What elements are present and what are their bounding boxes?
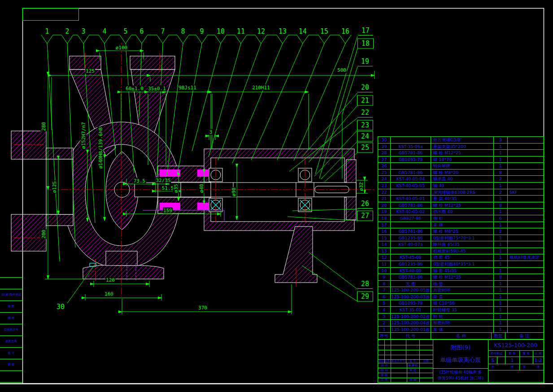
parts-table-cell [508,215,544,222]
parts-table-cell: 视机封情况决定 [508,254,544,261]
rev-count-label: 处数 [385,359,390,363]
parts-table-cell: 1 [494,268,508,274]
spec-note-line1: (35叶轮轴伸 40轴承 多 [439,370,482,375]
parts-table-cell: KST-40-09 [391,268,431,274]
parts-table-cell [508,241,544,248]
part-balloon-22: 22 [357,109,373,118]
parts-table-cell: KST-40-05-02 [391,209,431,215]
parts-table-cell [508,287,544,293]
parts-table-cell: 125-100-200-01改 [391,327,431,333]
parts-table-row: 9GB5781-86螺 栓 M12*358 [378,274,544,281]
parts-table-cell [508,170,544,176]
part-balloon-28: 28 [357,280,373,289]
parts-table-cell: 深沟球轴承6308-2RS [431,189,494,196]
parts-table-cell: 1 [494,235,508,241]
part-balloon-30: 30 [57,303,65,311]
part-balloon-29: 29 [357,292,373,302]
parts-table-cell: GB5781-86 [391,202,431,209]
parts-table-cell: 14 [378,241,391,248]
parts-table-cell: 18 [378,215,391,222]
parts-table-cell: 挡 套 45 [431,254,494,261]
parts-table-cell: 1 [494,144,508,150]
sheet-page-label: 张 [511,365,514,369]
parts-table-cell: 1 [494,157,508,163]
parts-table-cell: 2 [494,189,508,196]
drawing-number: KS125-100-200 [494,342,538,348]
part-balloon-6: 6 [139,27,144,35]
parts-table-cell: 125-100-200-04改 [391,320,431,326]
parts-table-cell: 1 [494,241,508,248]
parts-table-cell: 键 10*70 [431,157,494,163]
parts-table-row: 3125-100-200-02改叶 轮1 [378,314,544,320]
parts-table-cell: 25 [378,170,391,176]
parts-table-cell: GB5781-86 [391,170,431,176]
parts-table-cell [508,176,544,182]
parts-table-header-row: 序号代 号名 称数量备 注 [378,333,544,340]
parts-table-row: 21KST-40-05-01悬 架 40/351 [378,196,544,202]
parts-table-cell: 1 [494,183,508,189]
parts-table-cell: 0型密封圈40*35*3.1 [431,261,494,267]
parts-table-row: 14KST-40-07a静环座 45/351 [378,241,544,248]
parts-table-cell: 转向标牌 [431,163,494,169]
sig-review-label: 审 核 [381,373,388,378]
parts-table-cell: 悬架支架35*200 [431,144,494,150]
parts-table-cell: 外方管堵G3/8″ [431,137,494,143]
parts-table-cell: GB827-86 [391,215,431,222]
parts-table-cell: 2 [378,320,391,326]
parts-table-cell: 3 [494,137,508,143]
parts-table-cell: GB5781-86 [391,228,431,235]
parts-table-cell: 1 [494,307,508,313]
part-balloon-8: 8 [181,27,185,35]
parts-table-cell: 叶轮螺母 35 [431,307,494,313]
rev-date-label: 日期 [423,359,429,363]
parts-table-cell: 序号 [378,333,391,339]
parts-table-cell [508,196,544,202]
parts-table-cell: KST-40-07a [391,241,431,248]
scale-header: 比 例 [535,352,541,356]
parts-table-cell [508,327,544,333]
parts-table-cell: 键 C10*56 [431,300,494,306]
part-balloon-18: 18 [357,39,374,49]
parts-table-cell: 挡水圈 40 [431,209,494,215]
parts-table-cell: 11 [378,261,391,267]
parts-table-cell: 125-100-200-02改 [391,314,431,320]
parts-table-row: 11GB1235-860型密封圈40*35*3.11 [378,261,544,268]
figure-name-area: 附图(9) 单级单吸离心泵 (35叶轮轴伸 40轴承 多 弹簧59U-45机封 … [433,340,488,382]
parts-table-cell: 轴承盖 40 [431,176,494,182]
parts-table-cell: 30 [378,137,391,143]
parts-table-cell: 代 号 [391,333,431,339]
revision-signature-area: 标记 处数 更改文件号 签 字 日期 设 计 标准化 校 对 审 定 审 核 工… [378,340,433,382]
parts-table-cell [391,222,431,228]
parts-table-cell: KST-40-05-01 [391,196,431,202]
parts-table-cell [508,144,544,150]
part-balloon-25: 25 [357,143,373,153]
parts-table-cell [508,137,544,143]
product-name: 单级单吸离心泵 [440,356,481,364]
part-balloon-17: 17 [358,26,373,35]
mark-value: S [492,357,495,363]
parts-table-cell: 125-100-200-05改 [391,287,431,293]
parts-table-cell: 16 [378,228,391,235]
parts-table-cell: KST-35-06a [391,144,431,150]
parts-table-cell: 21 [378,196,391,202]
parts-table-cell: GB1235-86 [391,261,431,267]
parts-table-cell: 20 [378,202,391,209]
parts-table-cell: 5 [378,300,391,306]
parts-table-cell: 23 [378,183,391,189]
part-balloon-15: 15 [320,27,328,35]
parts-table-cell: 悬 架 40/35 [431,196,494,202]
parts-table-row: 19KST-40-05-02挡水圈 401 [378,209,544,215]
part-balloon-23: 23 [357,120,373,131]
sig-process-label: 工 艺 [381,378,388,382]
part-balloon-19: 19 [357,57,373,66]
parts-table-cell [508,274,544,280]
parts-table-cell [508,157,544,163]
parts-table-cell: 1 [494,300,508,306]
rev-doc-label: 更改文件号 [392,359,405,363]
parts-table-cell [508,307,544,313]
parts-table-cell: 螺 栓 M12*25 [431,150,494,156]
parts-table-cell: 备 注 [505,333,544,339]
parts-table-cell: 无 图 [391,281,431,287]
sig-design-label: 设 计 [381,363,388,368]
part-balloon-16: 16 [341,27,349,35]
